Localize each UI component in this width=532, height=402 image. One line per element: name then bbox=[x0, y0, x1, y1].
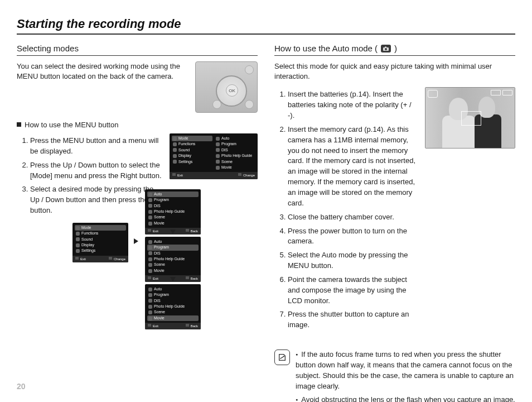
section-rule bbox=[274, 55, 515, 56]
menu-screenshot-small: Mode Functions Sound Display Settings Ex… bbox=[72, 223, 128, 262]
menu-item: Movie bbox=[215, 165, 255, 170]
menu-item-label: Movie bbox=[221, 165, 232, 170]
aux-button-icon bbox=[212, 100, 221, 109]
menu-item-label: DIS bbox=[221, 148, 228, 152]
osd-mode-icon bbox=[428, 90, 438, 98]
menu-item-icon bbox=[173, 160, 177, 164]
menu-item-label: Sound bbox=[178, 148, 190, 152]
auto-mode-heading: How to use the Auto mode ( ) bbox=[274, 44, 515, 53]
auto-step-5: Select the Auto mode by pressing the MEN… bbox=[288, 250, 418, 271]
menu-item-icon bbox=[216, 148, 220, 152]
menu-item-label: Scene bbox=[221, 160, 233, 164]
menu-item-icon bbox=[216, 154, 220, 158]
right-column: How to use the Auto mode ( ) Select this… bbox=[274, 44, 515, 402]
menu-step-1: Press the MENU button and a menu will be… bbox=[30, 136, 162, 157]
menu-item: Program bbox=[215, 141, 255, 147]
menu-item: Mode bbox=[172, 136, 212, 141]
menu-item-label: Settings bbox=[81, 248, 95, 253]
menu-flow-shot-2: Auto Program DIS Photo Help Guide Scene … bbox=[145, 189, 201, 235]
auto-mode-camera-icon bbox=[381, 45, 391, 52]
auto-step-6: Point the camera towards the subject and… bbox=[288, 275, 418, 307]
menu-flow-shot-1: Mode Functions Sound Display Settings Ex… bbox=[72, 223, 128, 262]
menu-left-list: Mode Functions Sound Display Settings bbox=[172, 136, 212, 170]
note-icon bbox=[274, 350, 290, 365]
ok-button-icon: OK bbox=[226, 84, 238, 97]
note-box: If the auto focus frame turns to red whe… bbox=[274, 350, 515, 402]
menu-item-icon bbox=[173, 142, 177, 146]
menu-item-label: Functions bbox=[178, 142, 195, 146]
title-rule bbox=[17, 34, 515, 35]
menu-item: Functions bbox=[172, 141, 212, 147]
selecting-modes-heading-text: Selecting modes bbox=[17, 44, 79, 53]
auto-step-2: Insert the memory card (p.14). As this c… bbox=[288, 125, 418, 209]
auto-step-3: Close the battery chamber cover. bbox=[288, 212, 418, 223]
menu-screenshot-small: Auto Program DIS Photo Help Guide Scene … bbox=[145, 189, 201, 235]
menu-item-label: Auto bbox=[221, 136, 229, 141]
note-item-1: If the auto focus frame turns to red whe… bbox=[296, 350, 515, 391]
menu-item-label: Mode bbox=[81, 226, 91, 230]
auto-mode-heading-prefix: How to use the Auto mode ( bbox=[274, 44, 378, 53]
autofocus-frame-icon bbox=[461, 111, 481, 126]
menu-item: Auto bbox=[215, 136, 255, 141]
menu-step-3: Select a desired mode by pressing the Up… bbox=[30, 184, 162, 216]
auto-step-1: Insert the batteries (p.14). Insert the … bbox=[288, 89, 418, 121]
menu-screenshot-small: Auto Program DIS Photo Help Guide Scene … bbox=[145, 237, 201, 283]
menu-item-label: Sound bbox=[81, 237, 93, 242]
menu-item-label: Functions bbox=[81, 231, 98, 236]
page-number: 20 bbox=[17, 382, 26, 391]
intro-row: You can select the desired working mode … bbox=[17, 61, 258, 113]
menu-item-label: Photo Help Guide bbox=[221, 154, 252, 158]
menu-button-icon bbox=[245, 65, 254, 74]
selecting-modes-heading: Selecting modes bbox=[17, 44, 258, 53]
menu-footer-exit: Exit bbox=[172, 173, 183, 178]
note-item-2: Avoid obstructing the lens or the flash … bbox=[296, 395, 515, 402]
menu-columns: Mode Functions Sound Display Settings Au… bbox=[172, 136, 255, 170]
menu-item-label: Display bbox=[178, 154, 191, 158]
osd-status-icons bbox=[491, 90, 512, 95]
auto-mode-steps-row: Insert the batteries (p.14). Insert the … bbox=[274, 87, 515, 334]
menu-item-label: Program bbox=[221, 142, 236, 146]
section-rule bbox=[17, 55, 258, 56]
left-column: Selecting modes You can select the desir… bbox=[17, 44, 258, 402]
menu-right-list: Auto Program DIS Photo Help Guide Scene … bbox=[215, 136, 255, 170]
menu-item-icon bbox=[173, 154, 177, 158]
menu-button-subheading-text: How to use the MENU button bbox=[25, 121, 118, 129]
menu-item-label: Display bbox=[81, 243, 94, 247]
arrow-down-icon bbox=[170, 277, 176, 281]
menu-flow-diagram: Mode Functions Sound Display Settings Ex… bbox=[17, 223, 258, 351]
menu-screenshot-small: Auto Program DIS Photo Help Guide Scene … bbox=[145, 284, 201, 330]
two-column-layout: Selecting modes You can select the desir… bbox=[17, 44, 515, 402]
menu-item: Settings bbox=[172, 159, 212, 165]
menu-item: Photo Help Guide bbox=[215, 153, 255, 159]
menu-item: Sound bbox=[172, 147, 212, 153]
menu-button-steps: Press the MENU button and a menu will be… bbox=[17, 136, 162, 219]
menu-footer-change: Change bbox=[238, 173, 255, 178]
svg-point-2 bbox=[385, 48, 387, 50]
auto-mode-steps: Insert the batteries (p.14). Insert the … bbox=[274, 89, 418, 334]
menu-item-icon bbox=[216, 142, 220, 146]
menu-item: DIS bbox=[215, 147, 255, 153]
lcd-preview-illustration bbox=[425, 87, 515, 149]
menu-item: Scene bbox=[215, 159, 255, 165]
manual-page: Starting the recording mode Selecting mo… bbox=[0, 0, 532, 402]
svg-rect-1 bbox=[385, 46, 386, 47]
menu-flow-shot-3: Auto Program DIS Photo Help Guide Scene … bbox=[145, 237, 201, 283]
arrow-right-icon bbox=[134, 238, 138, 244]
menu-item-icon bbox=[216, 166, 220, 170]
menu-item: Display bbox=[172, 153, 212, 159]
menu-item-icon bbox=[216, 160, 220, 164]
menu-footer: Exit Change bbox=[170, 172, 258, 179]
camera-back-illustration: OK bbox=[195, 61, 258, 113]
menu-item-icon bbox=[216, 137, 220, 141]
menu-screenshot-main: Mode Functions Sound Display Settings Au… bbox=[170, 133, 258, 179]
menu-flow-shot-4: Auto Program DIS Photo Help Guide Scene … bbox=[145, 284, 201, 330]
note-list: If the auto focus frame turns to red whe… bbox=[296, 350, 515, 402]
menu-item-icon bbox=[173, 148, 177, 152]
menu-steps-row: Press the MENU button and a menu will be… bbox=[17, 133, 258, 219]
menu-step-2: Press the Up / Down button to select the… bbox=[30, 160, 162, 181]
arrow-down-icon bbox=[170, 229, 176, 234]
fn-button-icon bbox=[245, 100, 254, 109]
menu-button-subheading: How to use the MENU button bbox=[17, 121, 258, 129]
page-title: Starting the recording mode bbox=[17, 17, 515, 31]
selecting-modes-intro: You can select the desired working mode … bbox=[17, 61, 188, 82]
